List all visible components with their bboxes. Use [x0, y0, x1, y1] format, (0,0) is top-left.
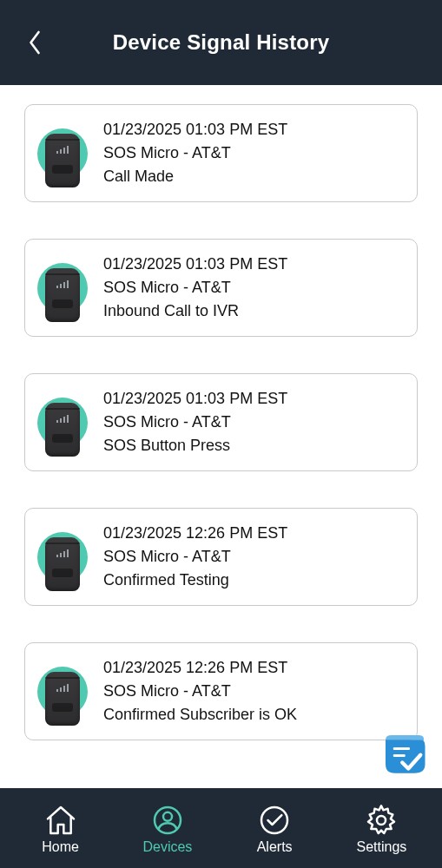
history-item[interactable]: 01/23/2025 12:26 PM EST SOS Micro - AT&T… [24, 642, 418, 740]
history-event: Confirmed Subscriber is OK [103, 706, 297, 724]
device-icon [45, 268, 80, 322]
gear-icon [364, 803, 399, 838]
checklist-badge-icon [379, 729, 428, 778]
tab-devices[interactable]: Devices [114, 803, 221, 855]
svg-rect-1 [393, 754, 406, 757]
check-circle-icon [257, 803, 292, 838]
app-header: Device Signal History [0, 0, 442, 85]
history-timestamp: 01/23/2025 01:03 PM EST [103, 255, 287, 273]
bottom-tabbar: Home Devices Alerts Settings [0, 788, 442, 868]
history-item[interactable]: 01/23/2025 01:03 PM EST SOS Micro - AT&T… [24, 104, 418, 202]
page-title: Device Signal History [0, 30, 442, 55]
tab-home[interactable]: Home [7, 803, 114, 855]
history-item-text: 01/23/2025 01:03 PM EST SOS Micro - AT&T… [103, 255, 287, 320]
history-item[interactable]: 01/23/2025 01:03 PM EST SOS Micro - AT&T… [24, 373, 418, 471]
history-event: SOS Button Press [103, 437, 287, 455]
device-icon [45, 403, 80, 457]
tab-settings[interactable]: Settings [328, 803, 435, 855]
history-list: 01/23/2025 01:03 PM EST SOS Micro - AT&T… [0, 85, 442, 788]
history-item-text: 01/23/2025 01:03 PM EST SOS Micro - AT&T… [103, 121, 287, 186]
device-avatar [37, 532, 88, 582]
history-item-text: 01/23/2025 01:03 PM EST SOS Micro - AT&T… [103, 390, 287, 455]
history-device: SOS Micro - AT&T [103, 413, 287, 431]
tab-devices-label: Devices [142, 839, 192, 855]
history-timestamp: 01/23/2025 12:26 PM EST [103, 659, 297, 677]
device-icon [45, 134, 80, 187]
history-device: SOS Micro - AT&T [103, 548, 287, 566]
tab-alerts[interactable]: Alerts [221, 803, 328, 855]
tab-alerts-label: Alerts [257, 839, 293, 855]
svg-point-4 [261, 807, 287, 833]
history-event: Confirmed Testing [103, 571, 287, 589]
device-icon [45, 672, 80, 726]
history-item[interactable]: 01/23/2025 01:03 PM EST SOS Micro - AT&T… [24, 239, 418, 337]
device-avatar [37, 398, 88, 448]
device-icon [45, 537, 80, 591]
history-item[interactable]: 01/23/2025 12:26 PM EST SOS Micro - AT&T… [24, 508, 418, 606]
history-event: Call Made [103, 168, 287, 186]
history-timestamp: 01/23/2025 12:26 PM EST [103, 524, 287, 542]
history-device: SOS Micro - AT&T [103, 279, 287, 297]
device-avatar [37, 667, 88, 717]
history-timestamp: 01/23/2025 01:03 PM EST [103, 121, 287, 139]
history-item-text: 01/23/2025 12:26 PM EST SOS Micro - AT&T… [103, 659, 297, 724]
device-avatar [37, 128, 88, 179]
tab-settings-label: Settings [356, 839, 406, 855]
device-avatar [37, 263, 88, 313]
person-circle-icon [150, 803, 185, 838]
history-device: SOS Micro - AT&T [103, 144, 287, 162]
history-item-text: 01/23/2025 12:26 PM EST SOS Micro - AT&T… [103, 524, 287, 589]
svg-point-5 [377, 816, 386, 825]
help-badge-button[interactable] [379, 729, 428, 773]
history-device: SOS Micro - AT&T [103, 682, 297, 700]
history-timestamp: 01/23/2025 01:03 PM EST [103, 390, 287, 408]
home-icon [43, 803, 78, 838]
tab-home-label: Home [42, 839, 79, 855]
svg-point-3 [163, 812, 172, 821]
svg-rect-0 [393, 747, 410, 750]
history-event: Inbound Call to IVR [103, 302, 287, 320]
